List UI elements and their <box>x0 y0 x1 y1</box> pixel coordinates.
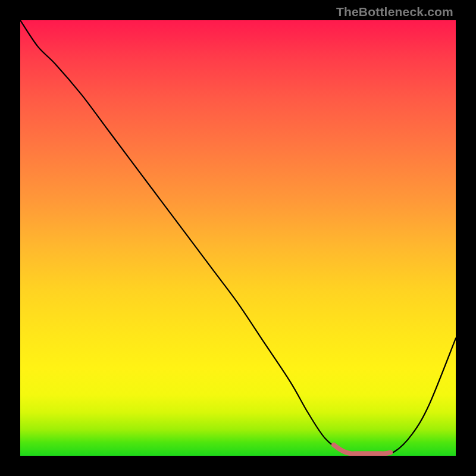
highlight-segment <box>334 445 390 454</box>
chart-frame: TheBottleneck.com <box>0 0 476 476</box>
plot-area <box>20 20 456 456</box>
curve-layer <box>20 20 456 456</box>
bottleneck-curve-path <box>20 20 456 456</box>
watermark-text: TheBottleneck.com <box>336 5 453 19</box>
